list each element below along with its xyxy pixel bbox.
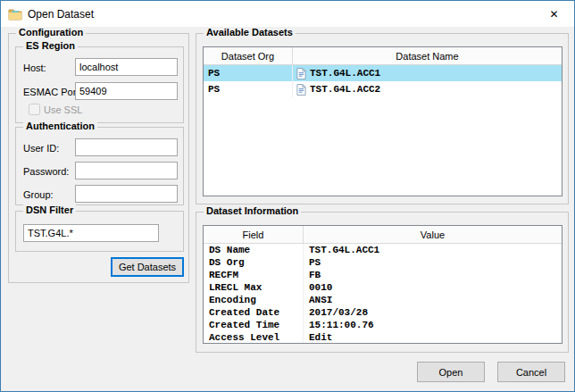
info-row: RECFM FB — [204, 269, 562, 281]
info-row: Created Time 15:11:00.76 — [204, 319, 562, 331]
available-datasets-group-title: Available Datasets — [204, 27, 296, 38]
info-value: 0010 — [304, 282, 562, 293]
info-field: DS Name — [204, 244, 304, 256]
group-label: Group: — [23, 189, 54, 201]
datasets-header-row: Dataset Org Dataset Name — [204, 47, 562, 65]
available-datasets-group: Available Datasets Dataset Org Dataset N… — [196, 33, 569, 204]
dsn-filter-group: DSN Filter — [15, 211, 184, 252]
info-field: Created Date — [204, 306, 304, 319]
file-icon — [296, 68, 306, 79]
info-value: ANSI — [304, 295, 562, 305]
column-header-dataset-name[interactable]: Dataset Name — [293, 47, 562, 65]
info-value: 15:11:00.76 — [304, 320, 562, 330]
get-datasets-button[interactable]: Get Datasets — [111, 257, 184, 277]
authentication-group-title: Authentication — [23, 121, 97, 131]
info-field: DS Org — [204, 256, 304, 269]
dataset-info-table: Field Value DS Name TST.G4L.ACC1 DS Org … — [203, 225, 562, 344]
host-input[interactable] — [75, 58, 178, 76]
dataset-row[interactable]: PS TST.G4L.ACC1 — [204, 65, 562, 81]
password-label: Password: — [23, 166, 69, 178]
info-row: DS Org PS — [204, 256, 562, 269]
esmac-port-input[interactable] — [75, 82, 178, 100]
dataset-name-cell: TST.G4L.ACC2 — [293, 81, 562, 97]
configuration-group-title: Configuration — [16, 27, 86, 38]
esmac-port-label: ESMAC Port: — [23, 87, 81, 98]
group-input[interactable] — [75, 185, 178, 203]
dataset-row[interactable]: PS TST.G4L.ACC2 — [204, 81, 562, 97]
authentication-group: Authentication User ID: Password: Group: — [15, 127, 184, 205]
dsn-filter-group-title: DSN Filter — [23, 204, 76, 215]
info-value: PS — [304, 257, 562, 268]
info-row: Encoding ANSI — [204, 294, 562, 306]
info-header-row: Field Value — [204, 226, 562, 244]
info-value: Edit — [304, 332, 562, 343]
use-ssl-checkbox — [29, 104, 40, 115]
dataset-name-text: TST.G4L.ACC1 — [310, 68, 380, 79]
app-icon — [8, 7, 22, 21]
info-value: TST.G4L.ACC1 — [304, 245, 562, 255]
info-row: LRECL Max 0010 — [204, 281, 562, 294]
title-bar[interactable]: Open Dataset ✕ — [1, 1, 574, 27]
info-field: LRECL Max — [204, 281, 304, 294]
info-field: Access Level — [204, 331, 304, 344]
dataset-name-cell: TST.G4L.ACC1 — [293, 65, 562, 81]
dataset-information-group-title: Dataset Information — [204, 205, 301, 216]
dataset-org-cell: PS — [204, 65, 293, 81]
datasets-listview: Dataset Org Dataset Name PS TST.G4L.ACC1 — [203, 46, 562, 196]
es-region-group-title: ES Region — [23, 40, 78, 51]
column-header-value: Value — [304, 226, 562, 244]
open-button[interactable]: Open — [417, 362, 485, 382]
info-row: DS Name TST.G4L.ACC1 — [204, 244, 562, 256]
password-input[interactable] — [75, 162, 178, 179]
use-ssl-checkbox-row: Use SSL — [29, 104, 82, 115]
info-field: RECFM — [204, 269, 304, 281]
info-field: Encoding — [204, 294, 304, 306]
close-button[interactable]: ✕ — [534, 1, 574, 27]
use-ssl-label: Use SSL — [44, 104, 82, 115]
info-row: Created Date 2017/03/28 — [204, 306, 562, 319]
info-value: 2017/03/28 — [304, 307, 562, 318]
column-header-dataset-org[interactable]: Dataset Org — [204, 47, 293, 65]
user-id-input[interactable] — [75, 138, 178, 156]
host-label: Host: — [23, 63, 46, 74]
dataset-org-cell: PS — [204, 81, 293, 97]
info-field: Created Time — [204, 319, 304, 331]
window-title: Open Dataset — [28, 8, 94, 21]
dataset-information-group: Dataset Information Field Value DS Name … — [196, 212, 569, 353]
file-icon — [296, 84, 306, 96]
info-row: Access Level Edit — [204, 331, 562, 344]
dataset-name-text: TST.G4L.ACC2 — [310, 84, 380, 95]
column-header-field: Field — [204, 226, 304, 244]
user-id-label: User ID: — [23, 143, 59, 154]
cancel-button[interactable]: Cancel — [497, 362, 565, 382]
info-value: FB — [304, 270, 562, 280]
es-region-group: ES Region Host: ESMAC Port: Use SSL — [15, 46, 184, 123]
open-dataset-dialog: Open Dataset ✕ Configuration ES Region H… — [0, 0, 575, 392]
configuration-group: Configuration ES Region Host: ESMAC Port… — [8, 33, 189, 283]
dsn-filter-input[interactable] — [23, 224, 159, 242]
